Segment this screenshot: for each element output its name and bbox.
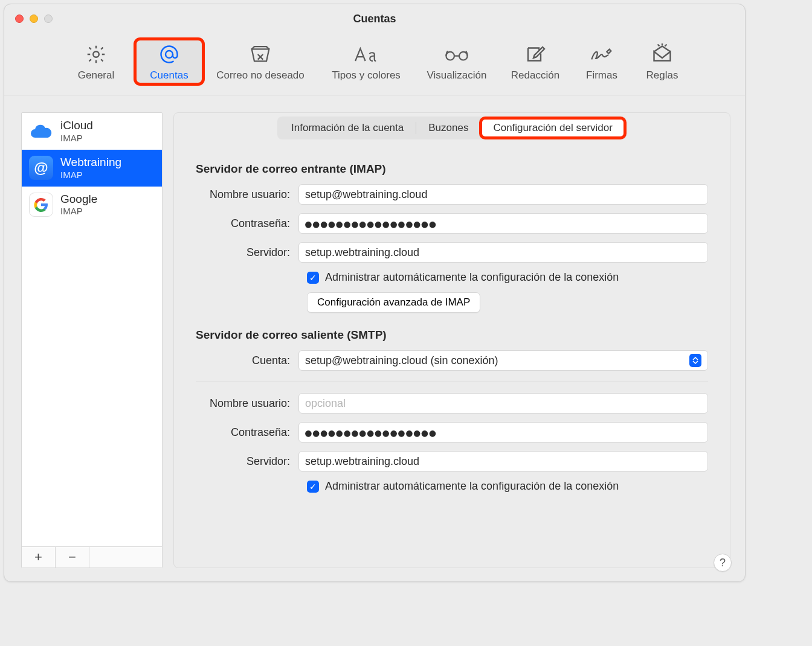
tab-mailboxes[interactable]: Buzones [416, 118, 480, 138]
outgoing-section-title: Servidor de correo saliente (SMTP) [196, 328, 708, 342]
account-tabs: Información de la cuenta Buzones Configu… [174, 117, 730, 139]
preferences-toolbar: General Cuentas Correo no deseado Tipos … [4, 33, 745, 95]
outgoing-username-label: Nombre usuario: [196, 397, 298, 410]
account-item-icloud[interactable]: iCloud IMAP [22, 113, 162, 150]
chevron-updown-icon [689, 354, 701, 367]
window-title: Cuentas [4, 13, 745, 25]
outgoing-account-select[interactable]: setup@webtraining.cloud (sin conexión) [298, 350, 708, 371]
fonts-icon [353, 43, 379, 66]
icloud-icon [29, 119, 53, 143]
outgoing-username-input[interactable] [298, 393, 708, 414]
svg-point-0 [93, 51, 99, 57]
account-name: Webtraining [60, 156, 121, 170]
junk-icon [248, 43, 272, 66]
incoming-host-input[interactable] [298, 242, 708, 263]
sidebar-footer-spacer [89, 547, 162, 568]
titlebar: Cuentas [4, 4, 745, 33]
accounts-list: iCloud IMAP @ Webtraining IMAP [22, 113, 162, 546]
account-name: iCloud [60, 119, 93, 133]
tab-compose[interactable]: Redacción [499, 39, 572, 84]
outgoing-account-selected: setup@webtraining.cloud (sin conexión) [305, 354, 498, 367]
help-button[interactable]: ? [714, 554, 732, 572]
tab-account-info[interactable]: Información de la cuenta [279, 118, 416, 138]
incoming-username-label: Nombre usuario: [196, 188, 298, 201]
content-area: iCloud IMAP @ Webtraining IMAP [4, 95, 745, 581]
tab-general[interactable]: General [57, 39, 135, 84]
accounts-sidebar: iCloud IMAP @ Webtraining IMAP [21, 112, 163, 568]
incoming-password-input[interactable] [298, 213, 708, 234]
incoming-host-label: Servidor: [196, 246, 298, 259]
account-item-google[interactable]: Google IMAP [22, 187, 162, 223]
incoming-password-label: Contraseña: [196, 217, 298, 230]
svg-point-3 [459, 52, 468, 60]
at-icon [158, 43, 180, 66]
divider [196, 382, 708, 382]
rules-icon [651, 43, 673, 66]
tab-fonts[interactable]: Tipos y colores [318, 39, 414, 84]
outgoing-auto-label: Administrar automáticamente la configura… [325, 480, 619, 493]
at-icon: @ [29, 156, 53, 180]
incoming-auto-checkbox[interactable]: ✓ [307, 272, 319, 284]
add-account-button[interactable]: + [22, 547, 56, 568]
tab-rules[interactable]: Reglas [632, 39, 692, 84]
account-protocol: IMAP [60, 206, 97, 217]
tab-accounts[interactable]: Cuentas [135, 39, 203, 84]
signature-icon [589, 43, 614, 66]
tab-viewing[interactable]: Visualización [414, 39, 499, 84]
server-settings-form: Servidor de correo entrante (IMAP) Nombr… [174, 139, 730, 507]
outgoing-account-label: Cuenta: [196, 354, 298, 367]
outgoing-password-input[interactable] [298, 422, 708, 443]
compose-icon [524, 43, 546, 66]
outgoing-password-label: Contraseña: [196, 426, 298, 439]
glasses-icon [443, 43, 471, 66]
gear-icon [85, 43, 107, 66]
advanced-imap-button[interactable]: Configuración avanzada de IMAP [307, 292, 480, 313]
outgoing-host-input[interactable] [298, 451, 708, 472]
outgoing-host-label: Servidor: [196, 455, 298, 468]
outgoing-auto-checkbox[interactable]: ✓ [307, 481, 319, 493]
google-icon [29, 193, 53, 217]
incoming-section-title: Servidor de correo entrante (IMAP) [196, 162, 708, 176]
main-panel: Información de la cuenta Buzones Configu… [173, 112, 730, 568]
account-protocol: IMAP [60, 170, 121, 181]
incoming-username-input[interactable] [298, 184, 708, 205]
remove-account-button[interactable]: − [56, 547, 89, 568]
account-protocol: IMAP [60, 133, 93, 144]
account-item-webtraining[interactable]: @ Webtraining IMAP [22, 150, 162, 187]
sidebar-footer: + − [22, 546, 162, 568]
tab-server-settings[interactable]: Configuración del servidor [481, 118, 625, 138]
incoming-auto-label: Administrar automáticamente la configura… [325, 271, 619, 284]
tab-signatures[interactable]: Firmas [572, 39, 632, 84]
svg-point-2 [446, 52, 454, 60]
preferences-window: Cuentas General Cuentas Correo no desead… [4, 4, 746, 582]
account-name: Google [60, 193, 97, 206]
svg-point-1 [166, 51, 173, 58]
tab-junk[interactable]: Correo no deseado [203, 39, 318, 84]
